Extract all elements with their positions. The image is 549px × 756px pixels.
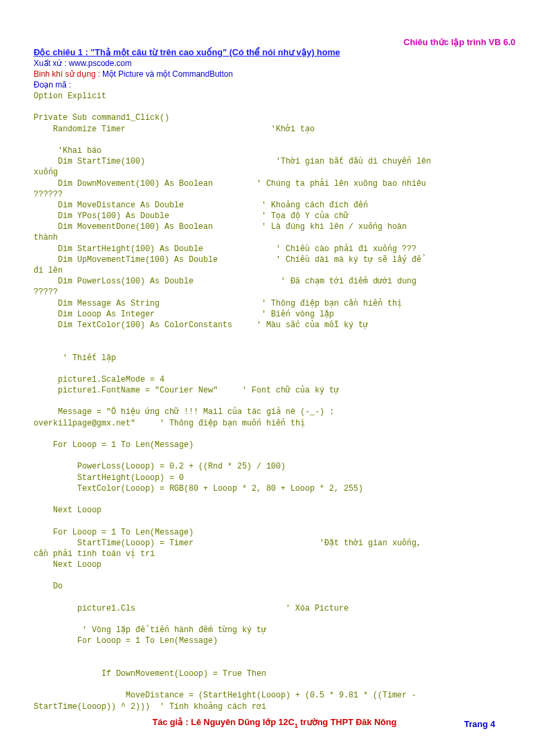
code-block: Option Explicit Private Sub command1_Cli… [34, 91, 515, 712]
page-number: Trang 4 [464, 719, 495, 729]
source-line: Xuất xứ : www.pscode.com [34, 59, 515, 68]
page-footer: Tác giả : Lê Nguyên Dũng lớp 12C1 trường… [0, 717, 549, 729]
author-pre: Tác giả : Lê Nguyên Dũng lớp 12C [153, 717, 295, 727]
author-post: trường THPT Đăk Nông [298, 717, 397, 727]
entry-title: Độc chiêu 1 : "Thả một câu từ trên cao x… [34, 47, 515, 57]
equipment-label: Binh khí sử dụng : [34, 69, 102, 79]
equipment-line: Binh khí sử dụng : Một Picture và một Co… [34, 69, 515, 79]
document-page: Chiêu thức lập trình VB 6.0 Độc chiêu 1 … [0, 0, 549, 756]
equipment-value: Một Picture và một CommandButton [102, 69, 233, 79]
section-label: Đoạn mã : [34, 80, 515, 90]
footer-author: Tác giả : Lê Nguyên Dũng lớp 12C1 trường… [153, 717, 397, 727]
header-title: Chiêu thức lập trình VB 6.0 [404, 37, 515, 47]
